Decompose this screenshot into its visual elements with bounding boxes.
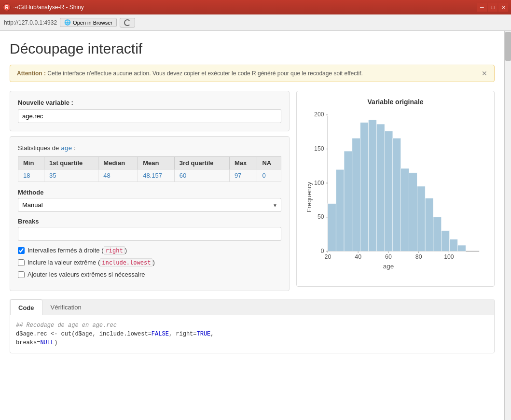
- alert-close-button[interactable]: ✕: [482, 70, 487, 77]
- code-line-1: ## Recodage de age en age.rec: [16, 321, 488, 330]
- svg-text:20: 20: [325, 253, 331, 260]
- stats-label: Statistiques de age :: [18, 144, 281, 152]
- histogram-svg: Frequency 0 50: [304, 111, 487, 278]
- add-extremes-label: Ajouter les valeurs extrêmes si nécessai…: [28, 271, 145, 278]
- bar-1: [328, 204, 336, 252]
- bar-13: [425, 198, 433, 252]
- method-select[interactable]: Manual Equal width Quantiles: [18, 198, 281, 212]
- bar-16: [450, 239, 458, 252]
- stats-data-row: 18 35 48 48.157 60 97 0: [18, 169, 281, 182]
- col-min: Min: [18, 157, 44, 169]
- bar-14: [433, 217, 442, 252]
- svg-text:40: 40: [355, 253, 361, 260]
- right-panel: Variable originale Frequency: [296, 91, 495, 291]
- bar-8: [385, 131, 393, 252]
- refresh-button[interactable]: [120, 18, 135, 28]
- title-bar-left: R ~/GitHub/analyse-R - Shiny: [3, 3, 84, 11]
- code-null-1: NULL: [40, 339, 54, 346]
- tabs-section: Code Vérification ## Recodage de age en …: [10, 299, 495, 353]
- chart-area: Frequency 0 50: [304, 111, 487, 280]
- method-select-wrapper: Manual Equal width Quantiles ▼: [18, 198, 281, 212]
- tab-code[interactable]: Code: [10, 299, 42, 315]
- bar-2: [336, 169, 344, 251]
- val-max: 97: [229, 169, 257, 182]
- bar-3: [344, 151, 352, 251]
- code-true-1: TRUE: [196, 331, 210, 337]
- bar-7: [376, 124, 385, 251]
- stats-table: Min 1st quartile Median Mean 3rd quartil…: [18, 156, 281, 182]
- add-extremes-checkbox[interactable]: [18, 271, 25, 278]
- include-lowest-label: Inclure la valeur extrême (include.lowes…: [28, 259, 155, 266]
- r-icon: R: [3, 3, 11, 11]
- stats-section: Statistiques de age : Min 1st quartile M…: [10, 136, 290, 291]
- include-lowest-checkbox[interactable]: [18, 259, 25, 266]
- bar-17: [457, 245, 466, 251]
- bar-6: [368, 120, 376, 251]
- tabs-content: ## Recodage de age en age.rec d$age.rec …: [10, 315, 494, 353]
- include-lowest-code: include.lowest: [100, 258, 152, 267]
- maximize-button[interactable]: □: [488, 3, 497, 12]
- y-axis-label: Frequency: [305, 182, 313, 212]
- main-panels: Nouvelle variable : Statistiques de age …: [10, 91, 495, 291]
- breaks-group: Breaks: [18, 218, 281, 241]
- window-controls[interactable]: ─ □ ✕: [477, 3, 508, 12]
- right-code: right: [104, 246, 125, 255]
- tab-verification[interactable]: Vérification: [42, 299, 90, 315]
- close-button[interactable]: ✕: [498, 3, 508, 12]
- code-text-2b: , right=: [169, 331, 197, 337]
- col-max: Max: [229, 157, 257, 169]
- code-text-3b: ): [54, 339, 57, 346]
- bar-10: [401, 168, 409, 251]
- val-median: 48: [98, 169, 138, 182]
- bar-15: [442, 231, 450, 252]
- svg-text:50: 50: [318, 213, 324, 220]
- col-q1: 1st quartile: [44, 157, 98, 169]
- svg-text:150: 150: [314, 145, 324, 152]
- left-panel: Nouvelle variable : Statistiques de age …: [10, 91, 290, 291]
- svg-text:0: 0: [321, 248, 324, 254]
- content-wrapper: Découpage interactif Attention : Cette i…: [0, 31, 511, 420]
- stats-variable-name: age: [61, 144, 72, 152]
- right-checkbox[interactable]: [18, 247, 25, 254]
- minimize-button[interactable]: ─: [477, 3, 487, 12]
- code-line-3: breaks=NULL): [16, 338, 488, 347]
- val-min: 18: [18, 169, 44, 182]
- svg-text:100: 100: [444, 253, 454, 260]
- main-content: Découpage interactif Attention : Cette i…: [0, 31, 504, 420]
- val-q1: 35: [44, 169, 98, 182]
- breaks-input[interactable]: [18, 227, 281, 241]
- new-variable-card: Nouvelle variable :: [10, 91, 290, 131]
- col-q3: 3rd quartile: [174, 157, 229, 169]
- checkbox-include-lowest: Inclure la valeur extrême (include.lowes…: [18, 259, 281, 266]
- open-browser-label: Open in Browser: [73, 20, 112, 26]
- bar-11: [409, 173, 417, 251]
- bar-12: [417, 186, 425, 251]
- code-text-2c: ,: [210, 331, 214, 337]
- svg-text:200: 200: [314, 111, 324, 118]
- alert-prefix: Attention :: [17, 70, 46, 77]
- stats-header-row: Min 1st quartile Median Mean 3rd quartil…: [18, 157, 281, 169]
- open-in-browser-button[interactable]: 🌐 Open in Browser: [60, 18, 117, 27]
- stats-label-suffix: :: [72, 144, 75, 152]
- method-group: Méthode Manual Equal width Quantiles ▼: [18, 189, 281, 212]
- checkbox-add-extremes: Ajouter les valeurs extrêmes si nécessai…: [18, 271, 281, 278]
- svg-text:80: 80: [415, 253, 422, 260]
- code-text-3a: breaks=: [16, 339, 40, 346]
- new-variable-label: Nouvelle variable :: [18, 99, 281, 106]
- new-variable-input[interactable]: [18, 109, 281, 123]
- scrollbar[interactable]: [504, 31, 511, 420]
- alert-body: Cette interface n'effectue aucune action…: [47, 70, 363, 77]
- scrollbar-thumb[interactable]: [505, 32, 511, 61]
- code-line-2: d$age.rec <- cut(d$age, include.lowest=F…: [16, 330, 488, 338]
- browser-icon: 🌐: [64, 19, 71, 26]
- code-false-1: FALSE: [152, 331, 169, 337]
- code-block: ## Recodage de age en age.rec d$age.rec …: [16, 321, 488, 347]
- tabs-header: Code Vérification: [10, 299, 494, 315]
- bar-5: [360, 123, 369, 252]
- code-text-2: d$age.rec <- cut(d$age, include.lowest=: [16, 331, 152, 337]
- bar-4: [352, 138, 360, 251]
- stats-label-prefix: Statistiques de: [18, 144, 61, 152]
- svg-text:100: 100: [314, 180, 324, 186]
- url-display: http://127.0.0.1:4932: [4, 19, 57, 26]
- refresh-icon: [124, 19, 131, 26]
